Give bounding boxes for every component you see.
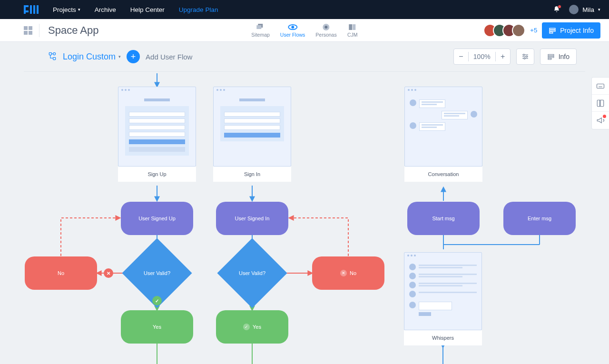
node-user-valid-1[interactable]: User Valid?: [132, 248, 182, 298]
svg-rect-9: [550, 30, 555, 31]
chevron-down-icon: ▾: [78, 7, 80, 12]
keyboard-icon[interactable]: [592, 78, 609, 95]
node-yes-1[interactable]: Yes: [121, 310, 193, 344]
tab-personas[interactable]: Personas: [315, 23, 336, 38]
svg-rect-22: [548, 58, 551, 59]
node-user-signed-up[interactable]: User Signed Up: [121, 202, 193, 235]
node-signup-wireframe[interactable]: Sign Up: [118, 87, 196, 182]
collaborator-overflow[interactable]: +5: [530, 27, 537, 34]
node-no-1[interactable]: No: [25, 256, 97, 290]
flow-info-button[interactable]: Info: [540, 49, 577, 65]
svg-rect-1: [257, 25, 262, 29]
flow-icon: [48, 51, 57, 62]
flow-name-dropdown[interactable]: Login Custom ▾: [63, 52, 121, 62]
node-signin-wireframe[interactable]: Sign In: [213, 87, 291, 182]
tab-cjm[interactable]: CJM: [347, 23, 358, 38]
project-info-button[interactable]: Project Info: [542, 22, 600, 39]
svg-rect-21: [548, 56, 554, 58]
svg-point-5: [325, 26, 328, 29]
nav-help[interactable]: Help Center: [130, 6, 165, 13]
notification-dot: [558, 5, 561, 9]
flow-toolbar: Login Custom ▾ + Add User Flow − 100% + …: [24, 42, 585, 72]
edge-marker-no: ✕: [104, 268, 113, 278]
node-whispers-wireframe[interactable]: Whispers: [404, 252, 482, 345]
node-user-signed-in[interactable]: User Signed In: [216, 202, 288, 235]
svg-point-3: [291, 26, 294, 29]
node-label: Sign In: [213, 167, 291, 182]
notifications-bell-icon[interactable]: [553, 6, 560, 13]
check-icon: ✓: [243, 324, 250, 330]
add-flow-button[interactable]: +: [127, 50, 140, 63]
zoom-value: 100%: [469, 53, 495, 60]
nav-projects[interactable]: Projects ▾: [53, 6, 80, 13]
chevron-down-icon: ▾: [598, 7, 600, 12]
project-title: Space App: [48, 24, 98, 37]
x-icon: ✕: [340, 270, 347, 276]
book-icon[interactable]: [592, 95, 609, 112]
zoom-out-button[interactable]: −: [454, 49, 468, 64]
tab-sitemap[interactable]: Sitemap: [251, 23, 270, 38]
svg-rect-8: [550, 28, 555, 30]
svg-rect-7: [353, 24, 356, 30]
node-start-msg[interactable]: Start msg: [407, 202, 480, 235]
svg-rect-6: [349, 24, 353, 30]
svg-point-13: [53, 52, 56, 55]
zoom-in-button[interactable]: +: [496, 49, 510, 64]
top-navbar: Projects ▾ Archive Help Center Upgrade P…: [0, 0, 609, 19]
chevron-down-icon: ▾: [118, 54, 121, 59]
svg-rect-11: [49, 52, 51, 55]
dashboard-icon[interactable]: [24, 26, 32, 35]
nav-archive[interactable]: Archive: [95, 6, 116, 13]
project-header: Space App Sitemap User Flows Personas CJ…: [0, 19, 609, 42]
avatar: [569, 5, 579, 14]
edge-marker-yes: ✓: [152, 296, 162, 305]
settings-button[interactable]: [516, 49, 534, 65]
svg-point-17: [523, 54, 524, 56]
megaphone-icon[interactable]: [592, 112, 609, 129]
node-yes-2[interactable]: ✓Yes: [216, 310, 288, 344]
flow-canvas[interactable]: Sign Up Sign In Conversation: [0, 73, 609, 364]
collaborator-avatars[interactable]: [483, 24, 525, 37]
side-tools: [591, 77, 609, 129]
node-user-valid-2[interactable]: User Valid?: [227, 248, 277, 298]
svg-point-19: [524, 58, 525, 59]
node-no-2[interactable]: ✕No: [312, 256, 384, 290]
tab-userflows[interactable]: User Flows: [280, 23, 305, 38]
user-menu[interactable]: Mila ▾: [569, 5, 600, 14]
node-label: Sign Up: [118, 167, 196, 182]
add-flow-label: Add User Flow: [146, 53, 192, 61]
zoom-control: − 100% +: [453, 49, 511, 65]
logo[interactable]: [24, 5, 39, 14]
svg-rect-12: [53, 57, 56, 59]
node-conversation-wireframe[interactable]: Conversation: [404, 87, 482, 182]
notification-dot: [603, 115, 606, 118]
node-label: Whispers: [404, 330, 482, 345]
svg-point-18: [526, 56, 527, 58]
svg-rect-10: [550, 32, 553, 33]
nav-upgrade[interactable]: Upgrade Plan: [179, 6, 218, 13]
node-enter-msg[interactable]: Enter msg: [503, 202, 576, 235]
svg-rect-23: [597, 84, 604, 88]
svg-rect-20: [548, 54, 554, 56]
node-label: Conversation: [404, 167, 482, 182]
